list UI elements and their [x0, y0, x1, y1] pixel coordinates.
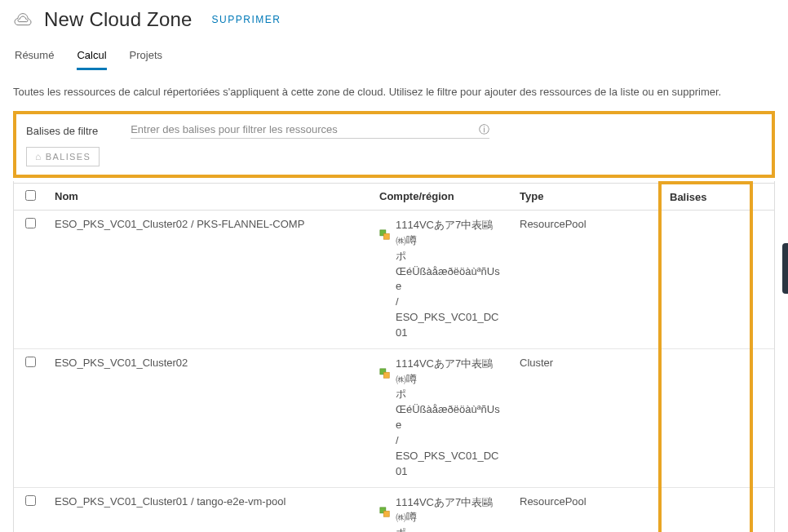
cell-type: ResourcePool — [511, 211, 660, 349]
cell-type: Cluster — [511, 348, 660, 487]
column-header-type[interactable]: Type — [511, 183, 660, 211]
table-header-row: Nom Compte/région Type Balises — [14, 183, 774, 211]
column-header-end — [751, 183, 774, 211]
cell-end — [751, 487, 774, 532]
cell-tags — [660, 211, 751, 349]
cell-tags — [660, 487, 751, 532]
tabs: Résumé Calcul Projets — [13, 46, 775, 71]
right-edge-handle[interactable] — [782, 243, 788, 294]
column-header-account[interactable]: Compte/région — [371, 183, 511, 211]
filter-panel: Balises de filtre ⓘ ⌂ BALISES — [13, 111, 775, 178]
cell-account: 1114VCあア7中表鷗㈱噂ポŒéÜßàåæðëöàùªñUse/ESO_PKS… — [371, 211, 511, 349]
vcenter-icon — [379, 368, 391, 379]
svg-rect-5 — [383, 511, 389, 516]
row-checkbox[interactable] — [25, 218, 36, 228]
cell-tags — [660, 348, 751, 487]
balises-button-label: BALISES — [46, 152, 91, 162]
description-text: Toutes les ressources de calcul répertor… — [13, 86, 775, 98]
column-header-tags[interactable]: Balises — [660, 183, 751, 211]
table-row: ESO_PKS_VC01_Cluster01 / tango-e2e-vm-po… — [14, 487, 774, 532]
row-checkbox[interactable] — [25, 495, 36, 506]
tab-calcul[interactable]: Calcul — [77, 46, 106, 70]
page-title: New Cloud Zone — [44, 8, 193, 31]
cell-type: ResourcePool — [511, 487, 660, 532]
vcenter-icon — [379, 229, 391, 241]
svg-rect-3 — [383, 372, 389, 378]
cell-name: ESO_PKS_VC01_Cluster02 / PKS-FLANNEL-COM… — [46, 211, 371, 349]
cell-end — [751, 211, 774, 349]
resources-table: Nom Compte/région Type Balises ESO_PKS_V… — [13, 181, 775, 532]
cell-name: ESO_PKS_VC01_Cluster01 / tango-e2e-vm-po… — [46, 487, 371, 532]
cell-account: 1114VCあア7中表鷗㈱噂ポŒéÜßàåæðëöàùªñUse/ESO_PKS… — [371, 348, 511, 487]
balises-button[interactable]: ⌂ BALISES — [26, 147, 100, 166]
vcenter-icon — [379, 507, 391, 518]
cell-end — [751, 348, 774, 487]
page-header: New Cloud Zone SUPPRIMER — [13, 8, 775, 31]
tag-icon: ⌂ — [35, 151, 42, 162]
info-icon[interactable]: ⓘ — [479, 122, 489, 137]
cloud-zone-icon — [13, 10, 33, 29]
delete-button[interactable]: SUPPRIMER — [212, 14, 281, 25]
table-row: ESO_PKS_VC01_Cluster02 / PKS-FLANNEL-COM… — [14, 211, 774, 349]
column-header-name[interactable]: Nom — [46, 183, 371, 211]
cell-name: ESO_PKS_VC01_Cluster02 — [46, 348, 371, 487]
filter-label: Balises de filtre — [26, 123, 98, 137]
select-all-checkbox[interactable] — [25, 190, 36, 201]
cell-account: 1114VCあア7中表鷗㈱噂ポŒéÜßàåæðëöàùªñUse/ESO_PKS… — [371, 487, 511, 532]
tab-projets[interactable]: Projets — [130, 46, 162, 70]
header-checkbox-cell — [14, 183, 46, 211]
table-row: ESO_PKS_VC01_Cluster021114VCあア7中表鷗㈱噂ポŒéÜ… — [14, 348, 774, 487]
tab-resume[interactable]: Résumé — [15, 46, 54, 70]
filter-tags-input[interactable] — [131, 121, 489, 139]
svg-rect-1 — [383, 233, 389, 239]
row-checkbox[interactable] — [25, 357, 36, 367]
